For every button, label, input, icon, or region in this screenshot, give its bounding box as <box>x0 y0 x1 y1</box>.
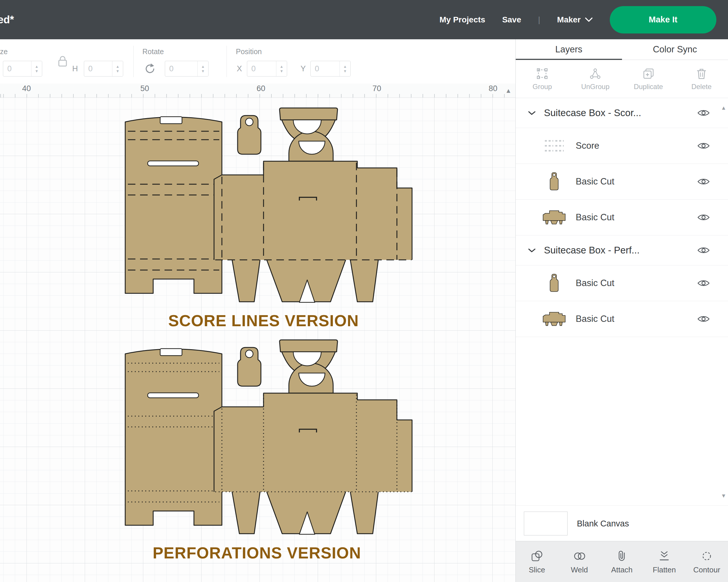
chevron-down-icon[interactable] <box>528 111 536 115</box>
rotate-stepper[interactable]: ▲ ▼ <box>165 61 208 77</box>
save-link[interactable]: Save <box>502 15 521 24</box>
width-spinner[interactable]: ▲ ▼ <box>31 61 42 76</box>
width-stepper[interactable]: ▲ ▼ <box>3 61 42 77</box>
visibility-eye-icon[interactable] <box>697 142 710 150</box>
flatten-icon <box>657 549 671 563</box>
attach-button[interactable]: Attach <box>601 541 643 582</box>
size-label: ze <box>0 48 7 56</box>
visibility-eye-icon[interactable] <box>697 279 710 287</box>
layer-group-perforations-version[interactable]: Suitecase Box - Perf... <box>516 235 728 266</box>
layer-group-title: Suitecase Box - Scor... <box>544 107 641 118</box>
document-title: ed* <box>0 0 14 39</box>
panel-tabs: Layers Color Sync <box>516 39 728 60</box>
duplicate-button[interactable]: Duplicate <box>622 60 675 98</box>
spinner-down-icon[interactable]: ▼ <box>201 69 205 73</box>
spinner-up-icon[interactable]: ▲ <box>116 64 120 68</box>
suitcase-score-version-object[interactable] <box>125 108 412 302</box>
horizontal-ruler: 40 50 60 70 80 <box>0 84 515 98</box>
slice-button[interactable]: Slice <box>516 541 558 582</box>
layer-label: Basic Cut <box>576 212 615 223</box>
blank-canvas-swatch[interactable] <box>524 511 568 535</box>
score-version-label[interactable]: SCORE LINES VERSION <box>168 311 359 330</box>
box-layer-thumbnail <box>541 209 567 226</box>
layer-actions-toolbar: Group UnGroup Duplicate Delete <box>516 60 728 98</box>
rotate-icon[interactable] <box>143 62 156 75</box>
layer-group-score-version[interactable]: Suitecase Box - Scor... <box>516 98 728 128</box>
design-canvas[interactable]: SCORE LINES VERSION PERFORATIONS VERSION <box>0 98 515 582</box>
ungroup-button[interactable]: UnGroup <box>569 60 622 98</box>
layer-label: Basic Cut <box>576 176 615 187</box>
y-label: Y <box>301 64 306 73</box>
layer-row-basic-cut-tag[interactable]: Basic Cut <box>516 266 728 301</box>
visibility-eye-icon[interactable] <box>697 315 710 323</box>
ruler-tick: 60 <box>257 84 265 93</box>
spinner-up-icon[interactable]: ▲ <box>201 64 205 68</box>
suitcase-perforations-version-object[interactable] <box>125 340 412 534</box>
panel-scrollbar[interactable]: ▲ ▼ <box>721 105 727 499</box>
ruler-tick: 50 <box>140 84 149 93</box>
blank-canvas-row[interactable]: Blank Canvas <box>516 505 728 541</box>
blank-canvas-label: Blank Canvas <box>577 519 629 528</box>
machine-selector[interactable]: Maker <box>557 15 593 24</box>
attach-label: Attach <box>611 565 633 575</box>
x-label: X <box>237 64 242 73</box>
visibility-eye-icon[interactable] <box>697 246 710 254</box>
machine-label: Maker <box>557 15 581 24</box>
flatten-button[interactable]: Flatten <box>643 541 685 582</box>
y-spinner[interactable]: ▲ ▼ <box>340 61 350 76</box>
weld-icon <box>572 549 587 563</box>
tag-layer-thumbnail <box>541 171 567 192</box>
toolbar-divider <box>133 46 134 77</box>
chevron-down-icon[interactable] <box>528 248 536 253</box>
layer-row-basic-cut-box[interactable]: Basic Cut <box>516 301 728 337</box>
top-navigation: My Projects Save | Maker Make It <box>439 0 717 39</box>
ungroup-label: UnGroup <box>581 83 609 91</box>
contour-label: Contour <box>693 565 721 575</box>
panel-scroll-up-arrow[interactable]: ▲ <box>721 105 727 111</box>
contour-button[interactable]: Contour <box>685 541 728 582</box>
height-stepper[interactable]: ▲ ▼ <box>84 61 123 77</box>
layers-panel: Layers Color Sync Group UnGroup Duplicat… <box>515 39 728 582</box>
slice-icon <box>530 549 544 563</box>
box-layer-thumbnail <box>541 310 567 327</box>
x-stepper[interactable]: ▲ ▼ <box>247 61 287 77</box>
height-label: H <box>72 64 78 73</box>
x-spinner[interactable]: ▲ ▼ <box>276 61 287 76</box>
spinner-up-icon[interactable]: ▲ <box>343 64 347 68</box>
ungroup-icon <box>589 67 602 80</box>
my-projects-link[interactable]: My Projects <box>439 15 485 24</box>
visibility-eye-icon[interactable] <box>697 109 710 117</box>
layer-row-basic-cut-box[interactable]: Basic Cut <box>516 200 728 235</box>
spinner-up-icon[interactable]: ▲ <box>35 64 39 68</box>
layer-label: Basic Cut <box>576 278 615 288</box>
visibility-eye-icon[interactable] <box>697 213 710 221</box>
delete-icon <box>695 67 708 80</box>
group-button[interactable]: Group <box>516 60 569 98</box>
layer-row-basic-cut-tag[interactable]: Basic Cut <box>516 164 728 200</box>
duplicate-icon <box>642 67 655 80</box>
tab-layers[interactable]: Layers <box>516 39 622 60</box>
group-icon <box>536 67 549 80</box>
visibility-eye-icon[interactable] <box>697 177 710 186</box>
spinner-down-icon[interactable]: ▼ <box>280 69 284 73</box>
y-stepper[interactable]: ▲ ▼ <box>310 61 350 77</box>
rotate-spinner[interactable]: ▲ ▼ <box>198 61 208 76</box>
layer-row-score[interactable]: Score <box>516 128 728 164</box>
spinner-down-icon[interactable]: ▼ <box>116 69 120 73</box>
contour-icon <box>700 549 714 563</box>
weld-button[interactable]: Weld <box>558 541 601 582</box>
toolbar-divider <box>227 46 227 77</box>
tab-color-sync[interactable]: Color Sync <box>622 39 728 60</box>
delete-button[interactable]: Delete <box>675 60 728 98</box>
spinner-down-icon[interactable]: ▼ <box>35 69 39 73</box>
spinner-down-icon[interactable]: ▼ <box>343 69 347 73</box>
spinner-up-icon[interactable]: ▲ <box>280 64 284 68</box>
delete-label: Delete <box>691 83 711 91</box>
make-it-button[interactable]: Make It <box>610 6 717 33</box>
flatten-label: Flatten <box>653 565 676 575</box>
perforations-version-label[interactable]: PERFORATIONS VERSION <box>153 544 361 562</box>
lock-aspect-icon[interactable] <box>57 54 68 68</box>
canvas-scroll-up-arrow[interactable]: ▲ <box>502 84 515 97</box>
height-spinner[interactable]: ▲ ▼ <box>112 61 123 76</box>
panel-scroll-down-arrow[interactable]: ▼ <box>721 493 727 499</box>
